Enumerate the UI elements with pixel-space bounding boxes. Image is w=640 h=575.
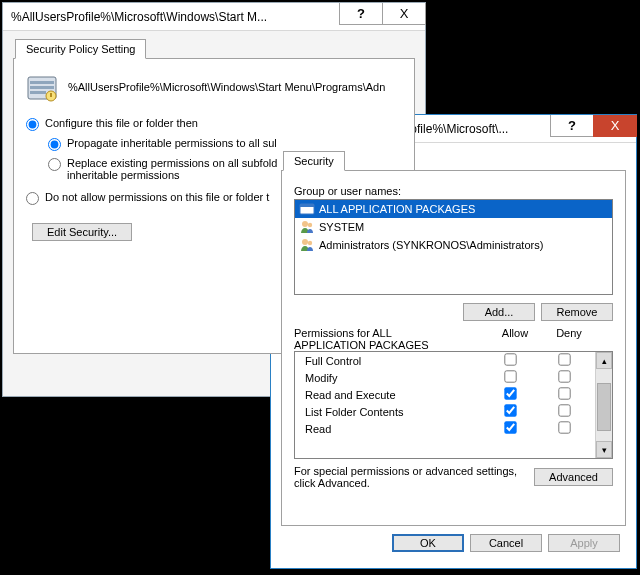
svg-rect-7 bbox=[300, 204, 314, 207]
principals-list[interactable]: ALL APPLICATION PACKAGES SYSTEM Administ… bbox=[294, 199, 613, 295]
add-button[interactable]: Add... bbox=[463, 303, 535, 321]
column-deny: Deny bbox=[542, 327, 596, 351]
perm-row: Full Control bbox=[295, 352, 595, 369]
policy-titlebar[interactable]: %AllUsersProfile%\Microsoft\Windows\Star… bbox=[3, 3, 425, 31]
svg-rect-2 bbox=[30, 86, 54, 89]
help-button[interactable]: ? bbox=[339, 3, 383, 25]
user-icon bbox=[299, 219, 315, 235]
perm-row: Modify bbox=[295, 369, 595, 386]
policy-title: %AllUsersProfile%\Microsoft\Windows\Star… bbox=[3, 10, 339, 24]
close-button[interactable]: X bbox=[382, 3, 426, 25]
svg-rect-3 bbox=[30, 91, 46, 94]
allow-checkbox[interactable] bbox=[504, 421, 516, 433]
radio-replace-label: Replace existing permissions on all subf… bbox=[67, 157, 277, 181]
radio-replace[interactable] bbox=[48, 158, 61, 171]
advanced-button[interactable]: Advanced bbox=[534, 468, 613, 486]
security-window: Security for %AllUsersProfile%\Microsoft… bbox=[270, 114, 637, 569]
column-allow: Allow bbox=[488, 327, 542, 351]
radio-propagate-label: Propagate inheritable permissions to all… bbox=[67, 137, 277, 149]
radio-configure-label: Configure this file or folder then bbox=[45, 117, 198, 129]
group-icon bbox=[299, 237, 315, 253]
folder-icon bbox=[26, 71, 58, 103]
deny-checkbox[interactable] bbox=[558, 387, 570, 399]
principal-name: SYSTEM bbox=[319, 221, 364, 233]
tab-security[interactable]: Security bbox=[283, 151, 345, 171]
perm-name: List Folder Contents bbox=[299, 406, 483, 418]
principal-name: ALL APPLICATION PACKAGES bbox=[319, 203, 475, 215]
perm-name: Modify bbox=[299, 372, 483, 384]
close-button[interactable]: X bbox=[593, 115, 637, 137]
permissions-for-label: Permissions for ALL APPLICATION PACKAGES bbox=[294, 327, 488, 351]
svg-point-9 bbox=[308, 223, 312, 227]
apply-button[interactable]: Apply bbox=[548, 534, 620, 552]
perm-name: Full Control bbox=[299, 355, 483, 367]
permissions-list: Full Control Modify Read and Execute bbox=[294, 351, 613, 459]
radio-propagate[interactable] bbox=[48, 138, 61, 151]
scroll-down-button[interactable]: ▾ bbox=[596, 441, 612, 458]
list-item[interactable]: ALL APPLICATION PACKAGES bbox=[295, 200, 612, 218]
scrollbar[interactable]: ▴ ▾ bbox=[595, 352, 612, 458]
remove-button[interactable]: Remove bbox=[541, 303, 613, 321]
radio-configure[interactable] bbox=[26, 118, 39, 131]
principal-name: Administrators (SYNKRONOS\Administrators… bbox=[319, 239, 543, 251]
svg-point-10 bbox=[302, 239, 308, 245]
cancel-button[interactable]: Cancel bbox=[470, 534, 542, 552]
perm-row: List Folder Contents bbox=[295, 403, 595, 420]
perm-row: Read and Execute bbox=[295, 386, 595, 403]
policy-path: %AllUsersProfile%\Microsoft\Windows\Star… bbox=[68, 81, 385, 93]
allow-checkbox[interactable] bbox=[504, 404, 516, 416]
perm-name: Read bbox=[299, 423, 483, 435]
allow-checkbox[interactable] bbox=[504, 370, 516, 382]
help-button[interactable]: ? bbox=[550, 115, 594, 137]
deny-checkbox[interactable] bbox=[558, 404, 570, 416]
deny-checkbox[interactable] bbox=[558, 353, 570, 365]
tab-security-policy[interactable]: Security Policy Setting bbox=[15, 39, 146, 59]
edit-security-button[interactable]: Edit Security... bbox=[32, 223, 132, 241]
security-tab-body: Group or user names: ALL APPLICATION PAC… bbox=[281, 170, 626, 526]
group-user-label: Group or user names: bbox=[294, 185, 613, 197]
perm-name: Read and Execute bbox=[299, 389, 483, 401]
radio-disallow-label: Do not allow permissions on this file or… bbox=[45, 191, 269, 203]
radio-disallow[interactable] bbox=[26, 192, 39, 205]
svg-point-11 bbox=[308, 241, 312, 245]
scroll-up-button[interactable]: ▴ bbox=[596, 352, 612, 369]
svg-rect-5 bbox=[50, 93, 52, 97]
svg-point-8 bbox=[302, 221, 308, 227]
list-item[interactable]: SYSTEM bbox=[295, 218, 612, 236]
package-icon bbox=[299, 201, 315, 217]
allow-checkbox[interactable] bbox=[504, 353, 516, 365]
scroll-thumb[interactable] bbox=[597, 383, 611, 431]
perm-row: Read bbox=[295, 420, 595, 437]
allow-checkbox[interactable] bbox=[504, 387, 516, 399]
svg-rect-1 bbox=[30, 81, 54, 84]
ok-button[interactable]: OK bbox=[392, 534, 464, 552]
list-item[interactable]: Administrators (SYNKRONOS\Administrators… bbox=[295, 236, 612, 254]
advanced-footnote: For special permissions or advanced sett… bbox=[294, 465, 534, 489]
deny-checkbox[interactable] bbox=[558, 370, 570, 382]
deny-checkbox[interactable] bbox=[558, 421, 570, 433]
